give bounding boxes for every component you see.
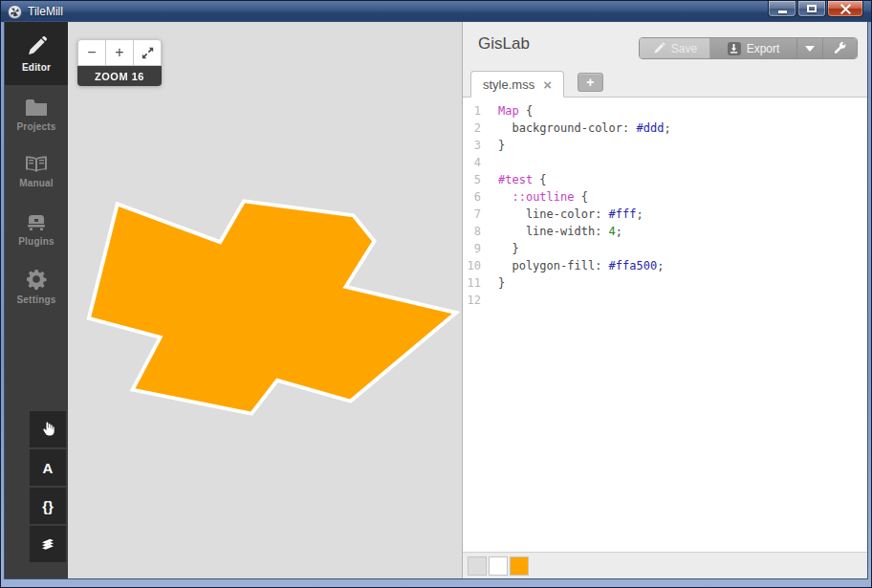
export-icon xyxy=(728,42,741,55)
wrench-icon xyxy=(833,41,847,55)
layers-icon xyxy=(39,535,56,553)
new-tab-button[interactable]: + xyxy=(578,73,603,92)
color-swatch-strip xyxy=(463,552,867,578)
pan-tool-button[interactable] xyxy=(30,411,66,447)
sidebar-item-manual[interactable]: Manual xyxy=(5,142,68,200)
sidebar-item-plugins[interactable]: Plugins xyxy=(5,200,68,257)
sidebar-item-label: Manual xyxy=(19,178,54,188)
sidebar-item-projects[interactable]: Projects xyxy=(5,85,68,142)
map-canvas[interactable]: − + ZOOM 16 xyxy=(68,22,462,578)
sidebar-item-label: Editor xyxy=(22,62,51,73)
expand-icon xyxy=(142,47,154,59)
save-button[interactable]: Save xyxy=(640,38,710,58)
maximize-icon xyxy=(807,5,817,12)
title-bar[interactable]: TileMill xyxy=(1,1,871,22)
sidebar-item-label: Settings xyxy=(16,294,55,305)
fonts-tool-label: A xyxy=(43,460,54,476)
code-area[interactable]: Map { background-color: #ddd;} #test { :… xyxy=(489,102,867,552)
line-number-gutter: 123456789101112 xyxy=(463,102,489,552)
close-button[interactable] xyxy=(827,1,863,17)
save-pencil-icon xyxy=(652,42,665,55)
line-number: 7 xyxy=(463,206,481,223)
panel-header: GisLab Save Export xyxy=(463,22,867,68)
code-line[interactable] xyxy=(498,292,867,309)
carto-tool-button[interactable]: {} xyxy=(30,488,66,524)
line-number: 12 xyxy=(463,292,481,309)
code-line[interactable]: } xyxy=(498,240,867,257)
maximize-button[interactable] xyxy=(797,1,826,17)
tab-style-mss[interactable]: style.mss × xyxy=(470,71,564,98)
code-line[interactable]: } xyxy=(498,137,867,154)
map-layer xyxy=(68,22,462,578)
fullscreen-button[interactable] xyxy=(133,39,162,66)
line-number: 2 xyxy=(463,120,481,137)
zoom-buttons: − + xyxy=(77,39,162,66)
line-number: 3 xyxy=(463,137,481,154)
sidebar-item-label: Projects xyxy=(16,121,55,132)
minimize-icon xyxy=(778,11,787,13)
zoom-out-icon: − xyxy=(87,44,96,61)
zoom-out-button[interactable]: − xyxy=(77,39,106,66)
gear-icon xyxy=(25,268,48,291)
style-panel: GisLab Save Export xyxy=(462,22,867,578)
panel-toolbar: Save Export xyxy=(639,37,858,59)
minimize-button[interactable] xyxy=(768,1,796,17)
color-swatch-gray[interactable] xyxy=(468,556,487,576)
folder-icon xyxy=(24,97,49,118)
save-button-label: Save xyxy=(671,42,697,55)
code-line[interactable]: polygon-fill: #ffa500; xyxy=(498,257,867,274)
zoom-in-button[interactable]: + xyxy=(105,39,134,66)
zoom-level-label: ZOOM 16 xyxy=(77,66,162,86)
tab-label: style.mss xyxy=(483,77,534,92)
line-number: 8 xyxy=(463,223,481,240)
sidebar-item-settings[interactable]: Settings xyxy=(5,257,68,315)
chevron-down-icon xyxy=(805,46,815,52)
line-number: 4 xyxy=(463,154,481,171)
tab-close-icon[interactable]: × xyxy=(543,77,552,92)
tab-strip: style.mss × + xyxy=(463,68,867,98)
plugin-icon xyxy=(24,211,49,232)
line-number: 10 xyxy=(463,257,481,274)
plus-icon: + xyxy=(586,75,594,90)
settings-wrench-button[interactable] xyxy=(822,38,857,58)
color-swatch-orange[interactable] xyxy=(510,556,529,576)
zoom-in-icon: + xyxy=(115,44,123,61)
code-line[interactable]: ::outline { xyxy=(498,188,867,206)
window-title: TileMill xyxy=(28,5,63,18)
export-button[interactable]: Export xyxy=(710,38,796,58)
hand-icon xyxy=(39,421,56,438)
export-menu-button[interactable] xyxy=(796,38,822,58)
project-title: GisLab xyxy=(478,34,530,54)
map-polygon-feature[interactable] xyxy=(89,201,456,413)
app-windmill-icon xyxy=(8,5,22,19)
sidebar-item-editor[interactable]: Editor xyxy=(5,22,68,85)
app-window: TileMill Editor Projects Manual xyxy=(0,0,872,588)
book-icon xyxy=(24,155,49,174)
layers-tool-button[interactable] xyxy=(30,526,66,562)
code-line[interactable]: line-width: 4; xyxy=(498,223,867,240)
line-number: 6 xyxy=(463,188,481,206)
code-line[interactable]: #test { xyxy=(498,171,867,188)
line-number: 5 xyxy=(463,171,481,188)
color-swatch-white[interactable] xyxy=(489,556,508,576)
line-number: 1 xyxy=(463,102,481,120)
code-line[interactable]: } xyxy=(498,274,867,292)
map-tools: A {} xyxy=(30,411,66,562)
code-editor[interactable]: 123456789101112 Map { background-color: … xyxy=(463,98,867,552)
zoom-control: − + ZOOM 16 xyxy=(77,39,162,86)
line-number: 11 xyxy=(463,274,481,292)
sidebar-item-label: Plugins xyxy=(18,236,54,247)
export-button-label: Export xyxy=(747,42,780,55)
code-line[interactable]: line-color: #fff; xyxy=(498,206,867,223)
code-line[interactable] xyxy=(498,154,867,171)
pencil-icon xyxy=(25,35,48,58)
main-content: Editor Projects Manual Plugins Settings xyxy=(5,22,867,578)
window-controls xyxy=(768,1,863,17)
code-line[interactable]: Map { xyxy=(498,102,867,120)
line-number: 9 xyxy=(463,240,481,257)
sidebar: Editor Projects Manual Plugins Settings xyxy=(5,22,68,578)
fonts-tool-button[interactable]: A xyxy=(30,449,66,486)
close-icon xyxy=(840,4,851,14)
carto-tool-label: {} xyxy=(42,498,54,514)
code-line[interactable]: background-color: #ddd; xyxy=(498,120,867,137)
